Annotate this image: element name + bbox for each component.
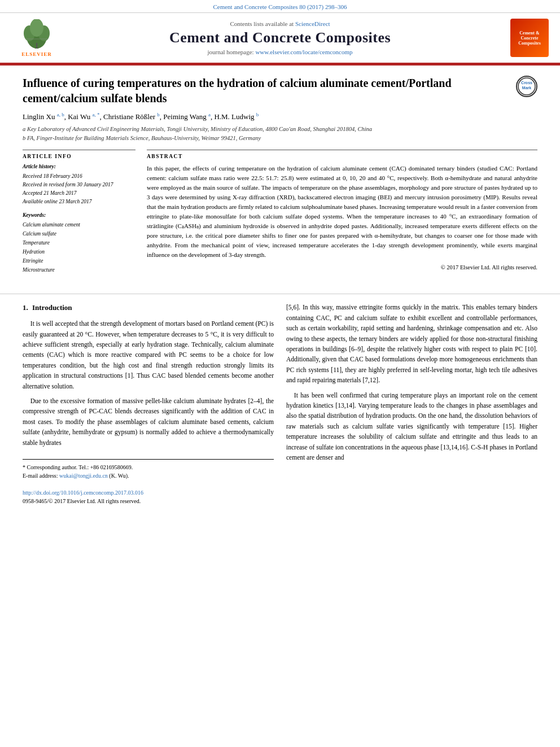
- article-title: Influence of curing temperatures on the …: [23, 76, 508, 106]
- journal-title-area: Contents lists available at ScienceDirec…: [62, 20, 498, 55]
- elsevier-text: ELSEVIER: [21, 51, 52, 57]
- elsevier-tree-icon: [17, 19, 56, 50]
- title-section: Influence of curing temperatures on the …: [23, 76, 537, 106]
- crossmark-icon: Cross Mark: [516, 76, 537, 97]
- keywords-label: Keywords:: [23, 212, 135, 218]
- keyword-2: Calcium sulfate: [23, 229, 135, 238]
- journal-citation-bar: Cement and Concrete Composites 80 (2017)…: [0, 0, 560, 13]
- section1-num: 1.: [23, 303, 28, 312]
- homepage-line: journal homepage: www.elsevier.com/locat…: [62, 49, 498, 55]
- article-content: Influence of curing temperatures on the …: [0, 65, 560, 286]
- abstract-column: ABSTRACT In this paper, the effects of c…: [147, 150, 537, 275]
- article-history-label: Article history:: [23, 164, 135, 169]
- svg-text:Cross: Cross: [521, 81, 532, 85]
- keyword-5: Ettringite: [23, 256, 135, 265]
- journal-name: Cement and Concrete Composites: [62, 29, 498, 46]
- journal-logo-area: Cement & Concrete Composites: [498, 19, 549, 57]
- body-content: 1. Introduction It is well accepted that…: [0, 302, 560, 505]
- section1-heading: 1. Introduction: [23, 302, 274, 314]
- email-line: E-mail address: wukai@tongji.edu.cn (K. …: [23, 471, 274, 480]
- available-date: Available online 23 March 2017: [23, 198, 135, 206]
- body-right-col: [5,6]. In this way, massive ettringite f…: [286, 302, 537, 505]
- svg-point-4: [30, 19, 43, 37]
- section1-para2: Due to the excessive formation of massiv…: [23, 396, 274, 448]
- copyright-line: © 2017 Elsevier Ltd. All rights reserved…: [147, 264, 537, 270]
- elsevier-brand: ELSEVIER: [11, 19, 62, 57]
- email-label: E-mail address:: [23, 473, 59, 479]
- affiliation-b: b FA, Finger-Institute for Building Mate…: [23, 134, 537, 143]
- sciencedirect-link[interactable]: ScienceDirect: [295, 20, 330, 27]
- abstract-text: In this paper, the effects of curing tem…: [147, 164, 537, 260]
- doi-link[interactable]: http://dx.doi.org/10.1016/j.cemconcomp.2…: [23, 488, 274, 497]
- section1-title: Introduction: [32, 303, 72, 312]
- email-suffix: (K. Wu).: [109, 473, 129, 479]
- authors-text: Linglin Xu a, b, Kai Wu a, *, Christiane…: [23, 112, 259, 121]
- footnote-area: * Corresponding author. Tel.: +86 021695…: [23, 459, 274, 505]
- body-left-col: 1. Introduction It is well accepted that…: [23, 302, 274, 505]
- affiliations: a Key Laboratory of Advanced Civil Engin…: [23, 125, 537, 143]
- affiliation-a: a Key Laboratory of Advanced Civil Engin…: [23, 125, 537, 134]
- info-abstract-section: ARTICLE INFO Article history: Received 1…: [23, 150, 537, 275]
- section1-right-para1: [5,6]. In this way, massive ettringite f…: [286, 302, 537, 385]
- keyword-1: Calcium aluminate cement: [23, 220, 135, 229]
- received-date: Received 18 February 2016: [23, 172, 135, 181]
- contents-text: Contents lists available at: [230, 20, 295, 27]
- keyword-4: Hydration: [23, 247, 135, 256]
- abstract-label: ABSTRACT: [147, 154, 537, 159]
- accepted-date: Accepted 21 March 2017: [23, 189, 135, 198]
- revised-date: Received in revised form 30 January 2017: [23, 181, 135, 189]
- keywords-list: Calcium aluminate cement Calcium sulfate…: [23, 220, 135, 275]
- section1-right-para2: It has been well confirmed that curing t…: [286, 390, 537, 463]
- section1-para1: It is well accepted that the strength de…: [23, 318, 274, 391]
- keyword-3: Temperature: [23, 238, 135, 247]
- journal-header: ELSEVIER Contents lists available at Sci…: [0, 13, 560, 64]
- homepage-link[interactable]: www.elsevier.com/locate/cemconcomp: [255, 49, 352, 55]
- article-info-label: ARTICLE INFO: [23, 154, 135, 159]
- crossmark-badge[interactable]: Cross Mark: [516, 76, 537, 97]
- elsevier-logo-area: ELSEVIER: [11, 19, 62, 57]
- section-divider: [0, 294, 560, 294]
- authors-line: Linglin Xu a, b, Kai Wu a, *, Christiane…: [23, 112, 537, 121]
- journal-cover-icon: Cement & Concrete Composites: [510, 19, 549, 57]
- issn-line: 0958-9465/© 2017 Elsevier Ltd. All right…: [23, 497, 274, 505]
- email-link[interactable]: wukai@tongji.edu.cn: [59, 473, 108, 479]
- sciencedirect-line: Contents lists available at ScienceDirec…: [62, 20, 498, 27]
- journal-logo-text: Cement & Concrete Composites: [518, 30, 541, 46]
- journal-citation: Cement and Concrete Composites 80 (2017)…: [213, 3, 347, 10]
- homepage-text: journal homepage:: [207, 49, 255, 55]
- corresponding-note: * Corresponding author. Tel.: +86 021695…: [23, 463, 274, 471]
- svg-text:Mark: Mark: [522, 86, 531, 90]
- keyword-6: Microstructure: [23, 265, 135, 274]
- article-info-column: ARTICLE INFO Article history: Received 1…: [23, 150, 135, 275]
